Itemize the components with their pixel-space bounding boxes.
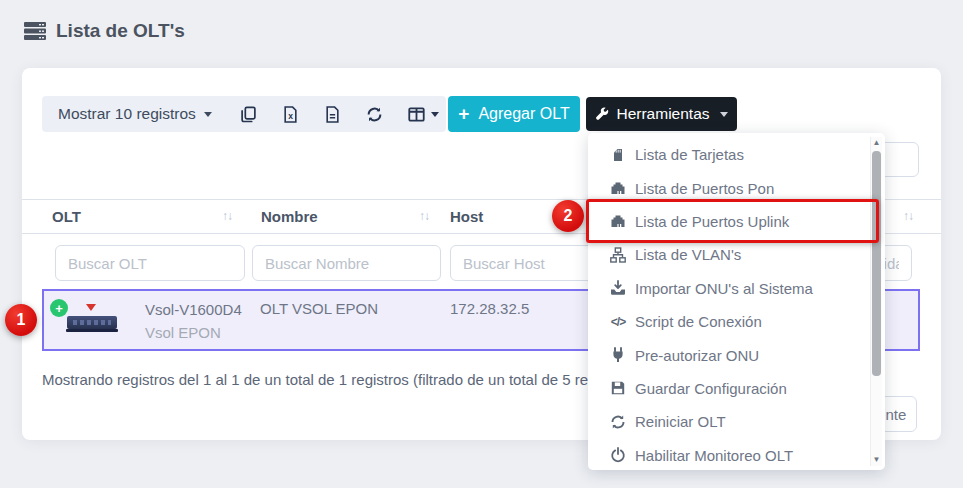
ethernet-icon bbox=[610, 180, 626, 196]
menu-item-lista-de-puertos-pon[interactable]: Lista de Puertos Pon bbox=[588, 171, 885, 204]
caret-down-icon bbox=[720, 112, 728, 117]
menu-item-habilitar-monitoreo-olt[interactable]: Habilitar Monitoreo OLT bbox=[588, 439, 885, 472]
olt-nombre: OLT VSOL EPON bbox=[260, 300, 378, 317]
column-header-olt[interactable]: OLT bbox=[52, 205, 232, 227]
menu-item-lista-de-vlan-s[interactable]: Lista de VLAN's bbox=[588, 238, 885, 271]
olt-model: Vsol-V1600D4 bbox=[145, 301, 242, 318]
toolbar-icon-group: x bbox=[240, 106, 439, 123]
sd-card-icon bbox=[610, 147, 626, 163]
column-label: OLT bbox=[52, 208, 81, 225]
sort-icon bbox=[903, 209, 913, 223]
olt-list-page: Lista de OLT's Mostrar 10 registros x + … bbox=[0, 0, 963, 488]
annotation-marker-1: 1 bbox=[5, 304, 37, 336]
menu-item-guardar-configuraci-n[interactable]: Guardar Configuración bbox=[588, 372, 885, 405]
show-entries-select[interactable]: Mostrar 10 registros bbox=[58, 105, 212, 123]
table-columns-button[interactable] bbox=[408, 106, 439, 123]
caret-down-icon bbox=[204, 112, 212, 117]
column-header-nombre[interactable]: Nombre bbox=[261, 205, 429, 227]
tools-label: Herramientas bbox=[616, 105, 709, 123]
tools-button[interactable]: Herramientas bbox=[586, 97, 737, 131]
plus-icon: + bbox=[458, 104, 469, 123]
olt-device-image bbox=[66, 303, 118, 341]
copy-icon bbox=[240, 106, 257, 123]
plug-icon bbox=[610, 347, 626, 363]
menu-item-script-de-conexi-n[interactable]: </>Script de Conexión bbox=[588, 305, 885, 338]
svg-text:x: x bbox=[288, 110, 293, 120]
menu-item-label: Pre-autorizar ONU bbox=[635, 347, 759, 364]
sort-icon bbox=[419, 209, 429, 223]
menu-item-label: Importar ONU's al Sistema bbox=[635, 280, 813, 297]
download-icon bbox=[610, 280, 626, 296]
sync-icon bbox=[610, 414, 626, 430]
menu-item-label: Reiniciar OLT bbox=[635, 413, 726, 430]
copy-button[interactable] bbox=[240, 106, 257, 123]
menu-item-lista-de-puertos-uplink[interactable]: Lista de Puertos Uplink bbox=[588, 205, 885, 238]
menu-item-label: Lista de Puertos Pon bbox=[635, 180, 774, 197]
power-icon bbox=[610, 447, 626, 463]
file-excel-button[interactable]: x bbox=[282, 106, 299, 123]
menu-item-label: Lista de VLAN's bbox=[635, 246, 741, 263]
refresh-button[interactable] bbox=[366, 106, 383, 123]
table-columns-icon bbox=[408, 106, 425, 123]
column-label: Host bbox=[450, 208, 483, 225]
file-pdf-button[interactable] bbox=[324, 106, 341, 123]
scroll-down-icon[interactable] bbox=[871, 454, 882, 466]
menu-item-label: Guardar Configuración bbox=[635, 380, 787, 397]
menu-item-label: Lista de Tarjetas bbox=[635, 146, 744, 163]
menu-item-lista-de-tarjetas[interactable]: Lista de Tarjetas bbox=[588, 138, 885, 171]
menu-item-label: Script de Conexión bbox=[635, 313, 762, 330]
tools-menu-list: Lista de TarjetasLista de Puertos PonLis… bbox=[588, 138, 885, 472]
olt-host: 172.28.32.5 bbox=[450, 300, 529, 317]
scroll-up-icon[interactable] bbox=[871, 137, 882, 149]
tools-dropdown: Lista de TarjetasLista de Puertos PonLis… bbox=[588, 133, 885, 470]
scrollbar-thumb[interactable] bbox=[872, 151, 881, 376]
menu-item-reiniciar-olt[interactable]: Reiniciar OLT bbox=[588, 405, 885, 438]
file-pdf-icon bbox=[324, 106, 341, 123]
search-olt-input[interactable] bbox=[55, 245, 245, 281]
file-excel-icon: x bbox=[282, 106, 299, 123]
sitemap-icon bbox=[610, 247, 626, 263]
wrench-icon bbox=[595, 107, 609, 121]
server-icon bbox=[24, 22, 46, 40]
table-toolbar: Mostrar 10 registros x bbox=[42, 96, 446, 132]
annotation-marker-2: 2 bbox=[552, 200, 584, 232]
column-label: Nombre bbox=[261, 208, 318, 225]
search-nombre-input[interactable] bbox=[252, 245, 441, 281]
refresh-icon bbox=[366, 106, 383, 123]
add-olt-button[interactable]: + Agregar OLT bbox=[448, 96, 580, 132]
show-entries-label: Mostrar 10 registros bbox=[58, 105, 196, 123]
caret-down-icon bbox=[431, 112, 439, 117]
page-header: Lista de OLT's bbox=[24, 20, 185, 42]
menu-item-pre-autorizar-onu[interactable]: Pre-autorizar ONU bbox=[588, 338, 885, 371]
sort-icon bbox=[222, 209, 232, 223]
code-icon: </> bbox=[610, 314, 626, 330]
dropdown-scrollbar bbox=[870, 137, 882, 466]
menu-item-label: Habilitar Monitoreo OLT bbox=[635, 447, 793, 464]
save-icon bbox=[610, 380, 626, 396]
page-title: Lista de OLT's bbox=[56, 20, 185, 42]
menu-item-label: Lista de Puertos Uplink bbox=[635, 213, 789, 230]
olt-type: Vsol EPON bbox=[145, 324, 221, 341]
menu-item-importar-onu-s-al-sistema[interactable]: Importar ONU's al Sistema bbox=[588, 272, 885, 305]
records-info: Mostrando registros del 1 al 1 de un tot… bbox=[42, 371, 637, 388]
add-olt-label: Agregar OLT bbox=[478, 105, 569, 123]
ethernet-icon bbox=[610, 213, 626, 229]
